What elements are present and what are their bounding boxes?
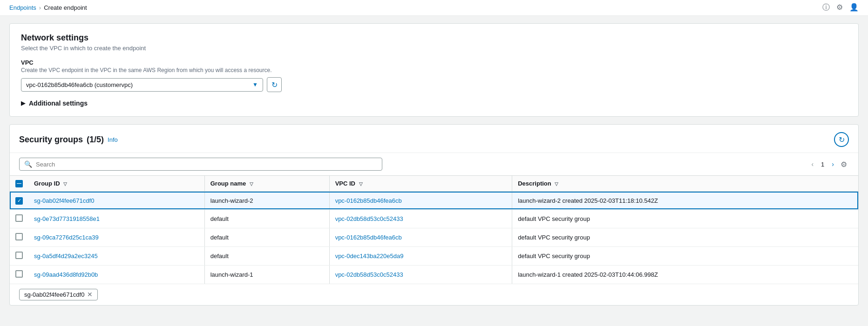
- vpc-field-label: VPC: [21, 59, 847, 66]
- pagination-controls: ‹ 1 › ⚙: [809, 158, 849, 171]
- tag-label-1: sg-0ab02f4fee671cdf0: [24, 291, 84, 298]
- security-groups-info-link[interactable]: Info: [108, 136, 118, 143]
- row-checkbox-1[interactable]: [15, 197, 23, 205]
- description-cell-5: launch-wizard-1 created 2025-02-03T10:44…: [512, 265, 858, 284]
- row-checkbox-4[interactable]: [15, 252, 23, 259]
- breadcrumb-separator-1: ›: [39, 4, 41, 11]
- col-header-vpc-id: VPC ID ▽: [329, 176, 512, 192]
- col-header-description: Description ▽: [512, 176, 858, 192]
- header-checkbox[interactable]: [15, 180, 23, 187]
- description-cell-4: default VPC security group: [512, 246, 858, 265]
- group-name-cell-1: launch-wizard-2: [204, 192, 329, 209]
- security-groups-header-actions: ↻: [834, 132, 849, 147]
- description-cell-1: launch-wizard-2 created 2025-02-03T11:18…: [512, 192, 858, 209]
- security-groups-header: Security groups (1/5) Info ↻: [10, 125, 858, 153]
- breadcrumb-endpoints-link[interactable]: Endpoints: [9, 4, 36, 11]
- security-groups-title-row: Security groups (1/5) Info: [19, 135, 118, 145]
- sort-vpc-id-icon[interactable]: ▽: [359, 181, 363, 186]
- vpc-select-dropdown[interactable]: vpc-0162b85db46fea6cb (customervpc) ▼: [21, 78, 263, 92]
- table-row: sg-09aad436d8fd92b0blaunch-wizard-1vpc-0…: [10, 265, 858, 284]
- table-settings-icon[interactable]: ⚙: [839, 158, 849, 171]
- group-id-link-5[interactable]: sg-09aad436d8fd92b0b: [34, 271, 98, 278]
- sg-refresh-icon: ↻: [839, 135, 845, 144]
- vpc-refresh-button[interactable]: ↻: [267, 77, 282, 92]
- table-row: sg-0a5df4d29a2ec3245defaultvpc-0dec143ba…: [10, 246, 858, 265]
- info-icon[interactable]: ⓘ: [822, 3, 830, 13]
- description-cell-2: default VPC security group: [512, 209, 858, 228]
- sort-group-id-icon[interactable]: ▽: [63, 181, 67, 186]
- additional-settings-label: Additional settings: [29, 100, 88, 107]
- group-id-link-4[interactable]: sg-0a5df4d29a2ec3245: [34, 253, 98, 259]
- description-cell-3: default VPC security group: [512, 228, 858, 246]
- sort-group-name-icon[interactable]: ▽: [250, 181, 253, 186]
- header-checkbox-cell: [10, 176, 28, 192]
- selected-tag-1: sg-0ab02f4fee671cdf0✕: [19, 289, 98, 300]
- vpc-id-link-5[interactable]: vpc-02db58d53c0c52433: [335, 271, 403, 278]
- settings-icon[interactable]: ⚙: [836, 3, 843, 13]
- selected-tags-row: sg-0ab02f4fee671cdf0✕: [10, 284, 858, 305]
- sort-description-icon[interactable]: ▽: [555, 181, 558, 186]
- network-settings-subtitle: Select the VPC in which to create the en…: [21, 45, 847, 52]
- vpc-id-link-1[interactable]: vpc-0162b85db46fea6cb: [335, 197, 402, 204]
- tag-close-1[interactable]: ✕: [87, 291, 93, 298]
- vpc-select-row: vpc-0162b85db46fea6cb (customervpc) ▼ ↻: [21, 77, 847, 92]
- table-header-row: Group ID ▽ Group name ▽ VPC ID ▽ Descrip…: [10, 176, 858, 192]
- expand-icon: ▶: [21, 100, 25, 106]
- user-icon[interactable]: 👤: [849, 3, 859, 13]
- pagination-current-page: 1: [818, 160, 827, 169]
- group-id-link-1[interactable]: sg-0ab02f4fee671cdf0: [34, 197, 94, 204]
- network-settings-card: Network settings Select the VPC in which…: [9, 23, 859, 117]
- col-header-group-id: Group ID ▽: [28, 176, 204, 192]
- pagination-prev-button[interactable]: ‹: [809, 159, 815, 170]
- network-settings-title: Network settings: [21, 33, 847, 43]
- search-input-wrap[interactable]: 🔍: [19, 158, 382, 171]
- table-row: sg-09ca7276d25c1ca39defaultvpc-0162b85db…: [10, 228, 858, 246]
- table-row: sg-0e73d7731918558e1defaultvpc-02db58d53…: [10, 209, 858, 228]
- row-checkbox-3[interactable]: [15, 233, 23, 240]
- vpc-field-description: Create the VPC endpoint in the VPC in th…: [21, 67, 847, 73]
- security-groups-card: Security groups (1/5) Info ↻ 🔍 ‹ 1 › ⚙: [9, 124, 859, 306]
- vpc-dropdown-arrow-icon: ▼: [252, 81, 258, 88]
- search-bar-row: 🔍 ‹ 1 › ⚙: [10, 153, 858, 175]
- group-id-link-3[interactable]: sg-09ca7276d25c1ca39: [34, 234, 99, 241]
- security-groups-count: (1/5): [87, 135, 104, 145]
- search-input[interactable]: [36, 161, 377, 168]
- vpc-refresh-icon: ↻: [271, 80, 278, 89]
- pagination-next-button[interactable]: ›: [830, 159, 836, 170]
- group-id-link-2[interactable]: sg-0e73d7731918558e1: [34, 215, 100, 222]
- group-name-cell-3: default: [204, 228, 329, 246]
- security-groups-table: Group ID ▽ Group name ▽ VPC ID ▽ Descrip…: [10, 175, 858, 284]
- col-header-group-name: Group name ▽: [204, 176, 329, 192]
- row-checkbox-5[interactable]: [15, 270, 23, 278]
- vpc-id-link-2[interactable]: vpc-02db58d53c0c52433: [335, 215, 403, 222]
- row-checkbox-2[interactable]: [15, 214, 23, 222]
- group-name-cell-4: default: [204, 246, 329, 265]
- group-name-cell-2: default: [204, 209, 329, 228]
- group-name-cell-5: launch-wizard-1: [204, 265, 329, 284]
- security-groups-title: Security groups: [19, 135, 83, 145]
- vpc-id-link-3[interactable]: vpc-0162b85db46fea6cb: [335, 234, 402, 241]
- vpc-id-link-4[interactable]: vpc-0dec143ba220e5da9: [335, 253, 404, 259]
- security-groups-refresh-button[interactable]: ↻: [834, 132, 849, 147]
- vpc-selected-value: vpc-0162b85db46fea6cb (customervpc): [26, 81, 133, 88]
- breadcrumb-current: Create endpoint: [44, 4, 87, 11]
- table-row: sg-0ab02f4fee671cdf0launch-wizard-2vpc-0…: [10, 192, 858, 209]
- additional-settings-toggle[interactable]: ▶ Additional settings: [21, 100, 847, 107]
- search-icon: 🔍: [24, 160, 32, 168]
